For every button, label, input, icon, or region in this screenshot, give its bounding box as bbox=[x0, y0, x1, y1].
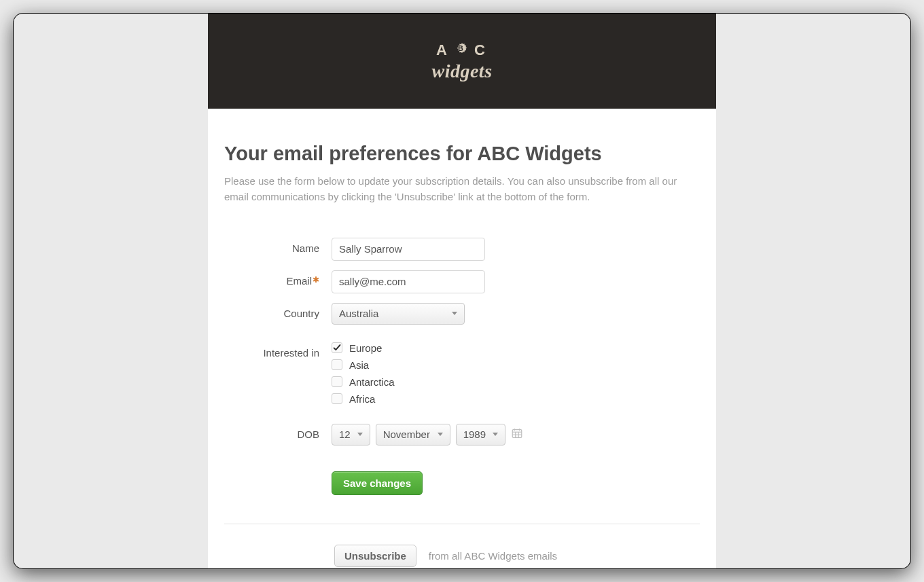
row-country: Country Australia bbox=[224, 303, 700, 325]
interest-label: Asia bbox=[349, 359, 369, 371]
dob-year-select[interactable]: 1989 bbox=[456, 424, 505, 445]
unsubscribe-button[interactable]: Unsubscribe bbox=[334, 545, 416, 567]
interest-label: Antarctica bbox=[349, 376, 395, 388]
content-panel: A B C widgets Your email preferences for… bbox=[208, 14, 716, 568]
label-dob: DOB bbox=[224, 424, 332, 440]
row-email: Email✱ bbox=[224, 270, 700, 293]
country-value: Australia bbox=[339, 308, 378, 319]
chevron-down-icon bbox=[452, 312, 457, 315]
dob-month-select[interactable]: November bbox=[376, 424, 450, 445]
row-interested: Interested in Europe Asia bbox=[224, 342, 700, 410]
logo-letter-c: C bbox=[474, 43, 488, 58]
dob-day-select[interactable]: 12 bbox=[332, 424, 370, 445]
divider bbox=[224, 524, 700, 524]
dob-month-value: November bbox=[383, 429, 430, 440]
page-body: Your email preferences for ABC Widgets P… bbox=[208, 109, 716, 568]
interest-item: Antarctica bbox=[332, 376, 700, 388]
page-title: Your email preferences for ABC Widgets bbox=[224, 143, 700, 165]
label-name: Name bbox=[224, 238, 332, 254]
label-country: Country bbox=[224, 303, 332, 319]
row-name: Name bbox=[224, 238, 700, 261]
chevron-down-icon bbox=[438, 433, 443, 436]
name-input[interactable] bbox=[332, 238, 485, 261]
interest-checkbox-antarctica[interactable] bbox=[332, 376, 342, 387]
country-select[interactable]: Australia bbox=[332, 303, 465, 325]
logo-letter-a: A bbox=[436, 43, 450, 58]
label-email: Email✱ bbox=[224, 270, 332, 287]
brand-logo-bottom: widgets bbox=[431, 62, 492, 81]
svg-text:B: B bbox=[458, 44, 466, 52]
unsubscribe-row: Unsubscribe from all ABC Widgets emails bbox=[224, 545, 700, 567]
chevron-down-icon bbox=[493, 433, 498, 436]
email-input[interactable] bbox=[332, 270, 485, 293]
label-interested: Interested in bbox=[224, 342, 332, 359]
interest-item: Asia bbox=[332, 359, 700, 371]
brand-logo-top: A B C bbox=[431, 41, 492, 59]
calendar-icon[interactable] bbox=[511, 427, 523, 442]
dob-day-value: 12 bbox=[339, 429, 351, 440]
interest-checkbox-europe[interactable] bbox=[332, 342, 342, 353]
dob-year-value: 1989 bbox=[463, 429, 486, 440]
label-email-text: Email bbox=[286, 275, 312, 287]
interests-list: Europe Asia Antarctica bbox=[332, 342, 700, 410]
interest-label: Africa bbox=[349, 393, 375, 405]
page-description: Please use the form below to update your… bbox=[224, 173, 700, 205]
interest-checkbox-asia[interactable] bbox=[332, 359, 342, 370]
row-dob: DOB 12 November 1989 bbox=[224, 424, 700, 445]
required-icon: ✱ bbox=[313, 275, 319, 285]
gear-b-icon: B bbox=[453, 41, 471, 59]
save-button[interactable]: Save changes bbox=[332, 471, 423, 495]
interest-item: Africa bbox=[332, 393, 700, 405]
brand-header: A B C widgets bbox=[208, 14, 716, 109]
interest-label: Europe bbox=[349, 342, 382, 354]
unsubscribe-text: from all ABC Widgets emails bbox=[429, 550, 557, 562]
svg-rect-1 bbox=[512, 429, 522, 437]
app-window: A B C widgets Your email preferences for… bbox=[14, 14, 910, 568]
interest-item: Europe bbox=[332, 342, 700, 354]
brand-logo: A B C widgets bbox=[431, 41, 492, 81]
interest-checkbox-africa[interactable] bbox=[332, 393, 342, 404]
chevron-down-icon bbox=[357, 433, 363, 436]
row-save: Save changes bbox=[224, 455, 700, 495]
